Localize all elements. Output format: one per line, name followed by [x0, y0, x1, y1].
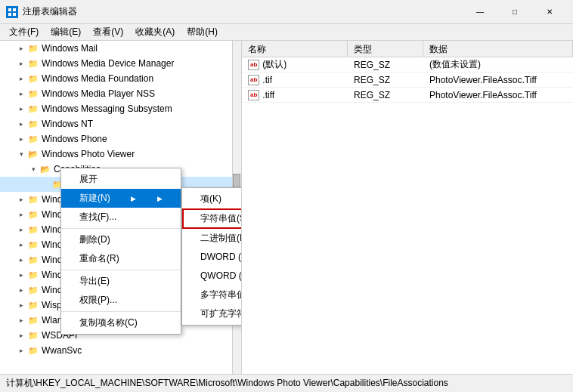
svg-rect-3 — [8, 13, 11, 16]
ctx-sub-string[interactable]: 字符串值(S) — [182, 208, 242, 229]
ctx-separator — [61, 311, 181, 312]
menu-help[interactable]: 帮助(H) — [181, 24, 224, 40]
value-name: ab (默认) — [242, 57, 348, 73]
tree-arrow — [15, 103, 27, 115]
folder-icon — [27, 269, 39, 281]
value-type: REG_SZ — [348, 73, 423, 87]
window-title: 注册表编辑器 — [23, 5, 463, 18]
ab-icon: ab — [248, 90, 259, 100]
tree-item[interactable]: Windows Photo Viewer — [0, 147, 241, 162]
tree-arrow — [15, 224, 27, 236]
menu-file[interactable]: 文件(F) — [3, 24, 45, 40]
folder-icon — [27, 329, 39, 341]
value-row[interactable]: ab (默认) REG_SZ (数值未设置) — [242, 57, 573, 73]
ctx-sub-multi[interactable]: 多字符串值(M) — [182, 286, 242, 304]
context-menu: 展开 新建(N) ▶ 项(K) 字符串值(S) 二进制值(B) DWORD (3… — [60, 168, 181, 335]
ctx-copy-name[interactable]: 复制项名称(C) — [61, 313, 181, 332]
close-button[interactable]: ✕ — [532, 0, 567, 24]
folder-icon — [27, 314, 39, 326]
folder-icon — [27, 73, 39, 85]
tree-label: Windows Mail — [42, 43, 98, 54]
folder-icon — [27, 299, 39, 311]
tree-arrow — [15, 118, 27, 130]
ab-icon: ab — [248, 60, 259, 70]
main-layout: Windows Mail Windows Media Device Manage… — [0, 41, 573, 374]
ctx-sub-dword[interactable]: DWORD (32 位)值(D) — [182, 248, 242, 267]
ab-icon: ab — [248, 75, 259, 85]
tree-label: Windows Photo Viewer — [42, 149, 135, 159]
tree-arrow — [15, 208, 27, 221]
svg-rect-1 — [8, 8, 11, 11]
col-header-name: 名称 — [242, 41, 348, 57]
ctx-permissions[interactable]: 权限(P)... — [61, 291, 181, 310]
tree-panel: Windows Mail Windows Media Device Manage… — [0, 41, 242, 374]
folder-open-icon — [39, 163, 51, 175]
tree-arrow — [39, 178, 51, 190]
ctx-expand[interactable]: 展开 — [61, 170, 181, 189]
ctx-delete[interactable]: 删除(D) — [61, 230, 181, 249]
tree-arrow — [27, 163, 39, 175]
tree-arrow — [15, 148, 27, 160]
tree-label: Wisp — [42, 300, 62, 310]
tree-item[interactable]: Windows Mail — [0, 41, 241, 56]
context-submenu: 项(K) 字符串值(S) 二进制值(B) DWORD (32 位)值(D) QW… — [181, 187, 242, 326]
menu-favorites[interactable]: 收藏夹(A) — [129, 24, 181, 40]
folder-icon — [27, 254, 39, 266]
svg-rect-2 — [13, 8, 16, 11]
tree-item[interactable]: Windows Messaging Subsystem — [0, 101, 241, 116]
tree-arrow — [15, 73, 27, 85]
tree-label: Windows Messaging Subsystem — [42, 103, 172, 114]
app-icon — [6, 6, 18, 18]
ctx-sub-expandable[interactable]: 可扩充字符串值(E) — [182, 304, 242, 323]
value-type: REG_SZ — [348, 88, 423, 102]
folder-icon — [27, 118, 39, 130]
tree-arrow — [15, 88, 27, 100]
tree-arrow — [15, 314, 27, 326]
tree-item[interactable]: WwanSvc — [0, 343, 241, 358]
folder-icon — [27, 224, 39, 236]
menu-view[interactable]: 查看(V) — [87, 24, 129, 40]
tree-item[interactable]: Windows Phone — [0, 131, 241, 147]
value-row[interactable]: ab .tif REG_SZ PhotoViewer.FileAssoc.Tif… — [242, 73, 573, 88]
folder-icon — [27, 88, 39, 100]
tree-arrow — [15, 299, 27, 311]
value-row[interactable]: ab .tiff REG_SZ PhotoViewer.FileAssoc.Ti… — [242, 88, 573, 103]
ctx-sub-key[interactable]: 项(K) — [182, 190, 242, 208]
folder-icon — [27, 208, 39, 221]
tree-item[interactable]: Windows NT — [0, 116, 241, 131]
values-header: 名称 类型 数据 — [242, 41, 573, 57]
value-data: PhotoViewer.FileAssoc.Tiff — [423, 88, 573, 102]
ctx-separator — [61, 228, 181, 229]
folder-icon — [27, 193, 39, 205]
ctx-sub-qword[interactable]: QWORD (64 位)值(Q) — [182, 267, 242, 286]
folder-icon — [27, 284, 39, 296]
value-name: ab .tiff — [242, 88, 348, 102]
ctx-find[interactable]: 查找(F)... — [61, 208, 181, 227]
tree-item[interactable]: Windows Media Device Manager — [0, 56, 241, 71]
tree-label: Windows Media Device Manager — [42, 58, 174, 69]
svg-rect-4 — [13, 13, 16, 16]
ctx-new[interactable]: 新建(N) ▶ 项(K) 字符串值(S) 二进制值(B) DWORD (32 位… — [61, 189, 181, 208]
tree-label: Windows Media Player NSS — [42, 88, 155, 99]
menu-edit[interactable]: 编辑(E) — [45, 24, 87, 40]
ctx-separator — [61, 270, 181, 270]
folder-open-icon — [27, 148, 39, 160]
ctx-export[interactable]: 导出(E) — [61, 272, 181, 291]
tree-arrow — [15, 269, 27, 281]
folder-icon — [27, 57, 39, 69]
ctx-sub-binary[interactable]: 二进制值(B) — [182, 229, 242, 248]
ctx-rename[interactable]: 重命名(R) — [61, 249, 181, 268]
statusbar: 计算机\HKEY_LOCAL_MACHINE\SOFTWARE\Microsof… — [0, 374, 573, 392]
folder-icon — [27, 133, 39, 145]
tree-item[interactable]: Windows Media Foundation — [0, 71, 241, 86]
tree-arrow — [15, 239, 27, 251]
tree-item[interactable]: Windows Media Player NSS — [0, 86, 241, 101]
col-header-type: 类型 — [348, 41, 423, 57]
minimize-button[interactable]: — — [463, 0, 497, 24]
maximize-button[interactable]: □ — [497, 0, 532, 24]
tree-arrow — [15, 193, 27, 205]
value-data: PhotoViewer.FileAssoc.Tiff — [423, 73, 573, 87]
tree-label: WwanSvc — [42, 345, 82, 356]
values-panel: 名称 类型 数据 ab (默认) REG_SZ (数值未设置) ab .tif … — [242, 41, 573, 374]
tree-arrow — [15, 133, 27, 145]
